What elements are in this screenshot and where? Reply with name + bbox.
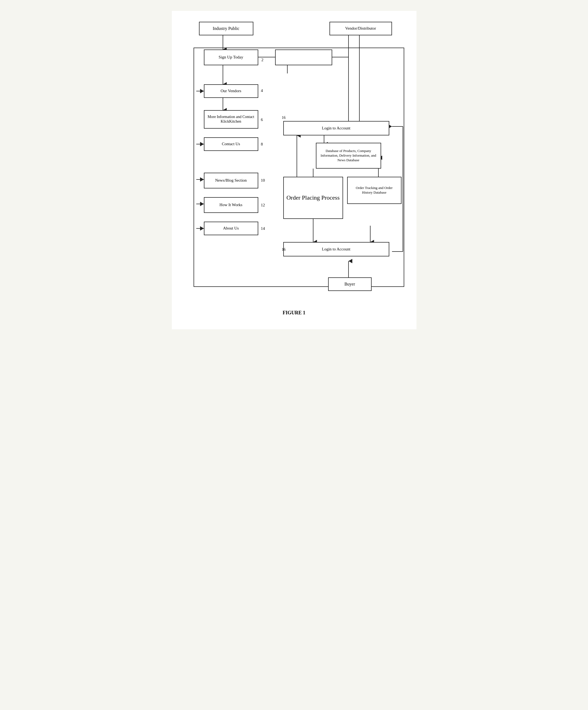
our-vendors-label: Our Vendors xyxy=(221,88,241,94)
vendor-distributor-label: Vendor/Distributor xyxy=(345,26,376,31)
order-placing-box[interactable]: Order Placing Process xyxy=(283,177,343,219)
sign-up-today-label: Sign Up Today xyxy=(219,55,243,60)
label-12: 12 xyxy=(261,203,265,208)
label-8: 8 xyxy=(261,142,263,147)
news-blog-label: News/Blog Section xyxy=(215,178,247,183)
label-4: 4 xyxy=(261,88,263,93)
sign-up-today-box[interactable]: Sign Up Today xyxy=(204,49,258,65)
login-bottom-box[interactable]: Login to Account xyxy=(283,242,389,256)
label-14: 14 xyxy=(261,226,265,231)
more-information-label: More Information and Contact KlickKitche… xyxy=(207,115,255,124)
login-bottom-label: Login to Account xyxy=(322,246,350,252)
contact-us-box[interactable]: Contact Us xyxy=(204,137,258,151)
more-information-box[interactable]: More Information and Contact KlickKitche… xyxy=(204,110,258,128)
diagram-area: Industry Public Vendor/Distributor Sign … xyxy=(180,19,408,305)
order-tracking-box: Order Tracking and Order History Databas… xyxy=(347,177,401,204)
our-vendors-box[interactable]: Our Vendors xyxy=(204,84,258,98)
order-tracking-label: Order Tracking and Order History Databas… xyxy=(350,186,398,195)
figure-caption: FIGURE 1 xyxy=(180,310,408,316)
database-products-label: Database of Products, Company Informatio… xyxy=(319,149,378,163)
vendor-distributor-box: Vendor/Distributor xyxy=(329,22,392,36)
order-placing-label: Order Placing Process xyxy=(287,194,340,202)
label-10: 10 xyxy=(261,178,265,183)
industry-public-box: Industry Public xyxy=(199,22,253,36)
news-blog-box[interactable]: News/Blog Section xyxy=(204,173,258,188)
how-it-works-label: How It Works xyxy=(219,202,242,208)
label-6: 6 xyxy=(261,117,263,122)
about-us-box[interactable]: About Us xyxy=(204,221,258,235)
vendor-inner-box xyxy=(275,49,332,65)
how-it-works-box[interactable]: How It Works xyxy=(204,197,258,213)
about-us-label: About Us xyxy=(223,226,239,231)
industry-public-label: Industry Public xyxy=(213,26,239,31)
login-top-label: Login to Account xyxy=(322,126,350,131)
buyer-label: Buyer xyxy=(344,281,355,287)
page-container: Industry Public Vendor/Distributor Sign … xyxy=(172,11,416,329)
database-products-box: Database of Products, Company Informatio… xyxy=(316,143,381,169)
label-16b: 16 xyxy=(282,247,286,252)
contact-us-label: Contact Us xyxy=(222,141,240,147)
label-2: 2 xyxy=(262,58,264,62)
login-top-box[interactable]: Login to Account xyxy=(283,121,389,136)
label-16a: 16 xyxy=(282,116,286,120)
buyer-box: Buyer xyxy=(328,277,372,291)
